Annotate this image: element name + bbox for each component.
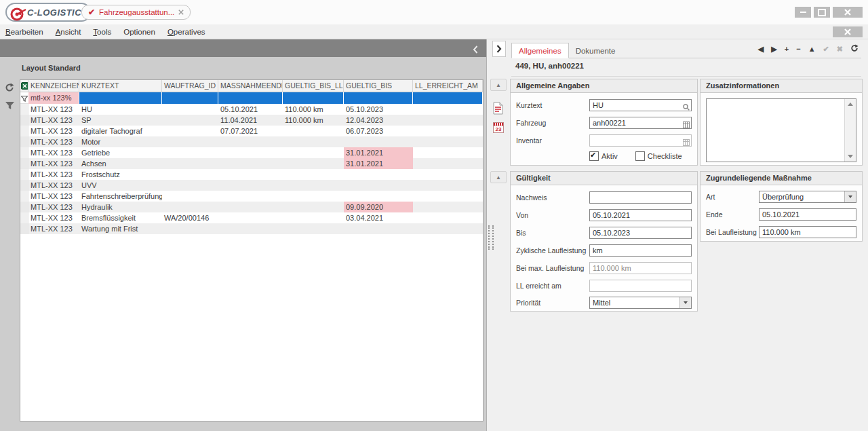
- splitter-handle[interactable]: [488, 225, 494, 250]
- remove-icon[interactable]: −: [796, 45, 800, 53]
- column-header[interactable]: WAUFTRAG_ID: [162, 80, 218, 92]
- export-excel-icon[interactable]: [20, 80, 28, 92]
- table-row[interactable]: MTL-XX 123Achsen31.01.2021: [20, 158, 483, 169]
- bei-max-laufleistung-label: Bei max. Laufleistung: [516, 264, 589, 272]
- column-header[interactable]: GUELTIG_BIS: [344, 80, 413, 92]
- filter-cell[interactable]: [218, 92, 283, 104]
- section-header: Allgemeine Angaben: [511, 79, 697, 93]
- search-icon[interactable]: [683, 101, 690, 113]
- expand-right-icon[interactable]: [492, 41, 506, 57]
- menu-optionen[interactable]: Optionen: [123, 28, 155, 36]
- close-document-button[interactable]: [833, 26, 863, 37]
- tab-dokumente[interactable]: Dokumente: [569, 43, 623, 58]
- prev-icon[interactable]: ◀: [758, 45, 764, 53]
- table-row[interactable]: MTL-XX 123HU05.10.2021110.000 km05.10.20…: [20, 104, 483, 115]
- table-row[interactable]: MTL-XX 123Getriebe31.01.2021: [20, 147, 483, 158]
- bei-max-laufleistung-input[interactable]: [589, 262, 692, 274]
- tab-allgemeines[interactable]: Allgemeines: [511, 43, 569, 58]
- column-header[interactable]: GUELTIG_BIS_LL: [283, 80, 344, 92]
- calendar-icon[interactable]: 23: [493, 122, 504, 133]
- prioritaet-label: Priorität: [516, 299, 589, 307]
- chevron-down-icon[interactable]: [679, 297, 691, 308]
- lookup-grid-icon[interactable]: [683, 119, 690, 131]
- collapse-section-bottom-icon[interactable]: ▲: [490, 171, 507, 183]
- maximize-button[interactable]: [814, 7, 830, 18]
- kurztext-label: Kurztext: [516, 101, 589, 109]
- table-row[interactable]: MTL-XX 123BremsflüssigkeitWA/20/0014603.…: [20, 212, 483, 223]
- kurztext-input[interactable]: [589, 99, 692, 111]
- refresh-icon[interactable]: [850, 44, 859, 54]
- menu-ansicht[interactable]: Ansicht: [56, 28, 81, 36]
- filter-cell[interactable]: [283, 92, 344, 104]
- scrollbar[interactable]: [844, 99, 856, 162]
- bei-laufleistung-label: Bei Laufleistung: [706, 228, 759, 236]
- next-icon[interactable]: ▶: [771, 45, 776, 53]
- table-row[interactable]: MTL-XX 123SP11.04.2021110.000 km12.04.20…: [20, 115, 483, 126]
- ll-erreicht-am-input[interactable]: [589, 280, 692, 292]
- tab-check-icon: ✔: [88, 8, 95, 16]
- add-icon[interactable]: +: [785, 45, 789, 53]
- ende-label: Ende: [706, 210, 759, 219]
- section-header: Zusatzinformationen: [701, 79, 862, 93]
- document-tab[interactable]: ✔ Fahrzeugausstattun...: [81, 5, 191, 20]
- table-row[interactable]: MTL-XX 123Wartung mit Frist: [20, 223, 483, 234]
- menu-bearbeiten[interactable]: Bearbeiten: [5, 28, 43, 36]
- confirm-icon[interactable]: ✔: [823, 45, 829, 53]
- chevron-down-icon[interactable]: [844, 191, 856, 202]
- title-separator: [511, 76, 861, 77]
- inventar-input[interactable]: [589, 134, 692, 147]
- section-allgemeine-angaben: Allgemeine Angaben Kurztext Fahrzeug Inv…: [510, 79, 698, 166]
- menu-tools[interactable]: Tools: [93, 28, 111, 36]
- fahrzeug-label: Fahrzeug: [516, 119, 589, 127]
- lookup-grid-icon[interactable]: [683, 136, 690, 149]
- ll-erreicht-am-label: LL erreicht am: [516, 282, 589, 290]
- section-massnahme: Zugrundeliegende Maßnahme Art Überprüfun…: [700, 171, 863, 242]
- prioritaet-select[interactable]: Mittel: [589, 297, 692, 309]
- checkliste-checkbox[interactable]: [635, 151, 645, 161]
- refresh-icon[interactable]: [5, 83, 14, 95]
- filter-icon[interactable]: [5, 100, 15, 113]
- aktiv-label: Aktiv: [601, 152, 618, 160]
- minimize-button[interactable]: [795, 7, 811, 18]
- bei-laufleistung-input[interactable]: [759, 226, 856, 238]
- zusatzinformationen-textarea[interactable]: [707, 99, 844, 162]
- table-row[interactable]: MTL-XX 123digitaler Tachograf07.07.20210…: [20, 126, 483, 136]
- table-row[interactable]: MTL-XX 123UVV: [20, 180, 483, 191]
- cancel-icon[interactable]: ✖: [837, 45, 843, 53]
- table-row[interactable]: MTL-XX 123Hydraulik09.09.2020: [20, 202, 483, 212]
- menu-operatives[interactable]: Operatives: [167, 28, 205, 36]
- inventar-label: Inventar: [516, 136, 589, 145]
- art-select[interactable]: Überprüfung: [759, 191, 856, 203]
- nachweis-label: Nachweis: [516, 193, 589, 202]
- close-window-button[interactable]: [833, 7, 863, 18]
- table-row[interactable]: MTL-XX 123Frostschutz: [20, 169, 483, 180]
- filter-kennzeichen-cell[interactable]: mtl-xx 123%: [28, 92, 79, 104]
- document-icon[interactable]: [493, 102, 503, 117]
- column-header[interactable]: KURZTEXT: [79, 80, 162, 92]
- column-header[interactable]: LL_ERREICHT_AM: [413, 80, 483, 92]
- filter-cell[interactable]: [79, 92, 162, 104]
- column-header[interactable]: KENNZEICHEN: [28, 80, 79, 92]
- detail-tabbar: Allgemeines Dokumente ◀▶+−▲✔✖: [511, 41, 861, 58]
- filter-cell[interactable]: [162, 92, 218, 104]
- grid-filter-row[interactable]: mtl-xx 123%: [20, 92, 483, 104]
- nachweis-input[interactable]: [589, 191, 692, 204]
- table-row[interactable]: MTL-XX 123Fahrtenschreiberprüfung: [20, 191, 483, 202]
- fahrzeug-input[interactable]: [589, 117, 692, 129]
- table-row[interactable]: MTL-XX 123Motor: [20, 136, 483, 147]
- filter-cell[interactable]: [413, 92, 483, 104]
- aktiv-checkbox[interactable]: [589, 151, 599, 161]
- von-input[interactable]: [589, 209, 692, 221]
- collapse-left-icon[interactable]: [473, 44, 478, 56]
- ende-input[interactable]: [759, 208, 856, 221]
- logo-text: C-LOGISTIC: [27, 7, 81, 18]
- zyklische-laufleistung-input[interactable]: [589, 244, 692, 257]
- grid-rows: MTL-XX 123HU05.10.2021110.000 km05.10.20…: [20, 104, 483, 234]
- up-icon[interactable]: ▲: [808, 45, 816, 53]
- bis-input[interactable]: [589, 227, 692, 239]
- filter-cell[interactable]: [344, 92, 413, 104]
- column-header[interactable]: MASSNAHMEENDE: [218, 80, 283, 92]
- collapse-section-top-icon[interactable]: ▲: [490, 79, 507, 91]
- art-label: Art: [706, 193, 759, 201]
- tab-close-icon[interactable]: [178, 10, 184, 15]
